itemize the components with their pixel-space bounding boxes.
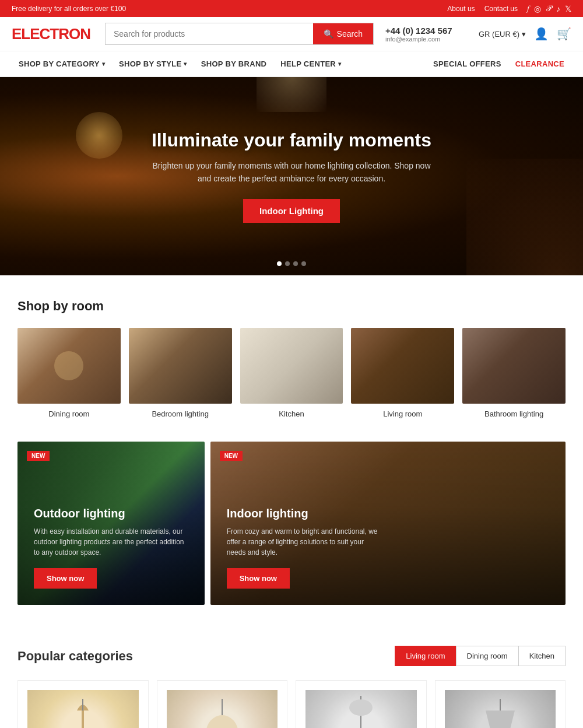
hero-dot-1[interactable] xyxy=(277,261,282,266)
room-card-bathroom[interactable]: Bathroom lighting xyxy=(462,328,566,418)
hero-section: Illuminate your family moments Brighten … xyxy=(0,77,583,275)
promo-outdoor-content: Outdoor lighting With easy installation … xyxy=(34,507,185,589)
hero-ceiling-light xyxy=(257,77,326,112)
product-card-1[interactable] xyxy=(17,680,149,728)
search-icon: 🔍 xyxy=(324,29,333,38)
phone-email[interactable]: info@example.com xyxy=(385,36,467,43)
shop-by-room-section: Shop by room Dining room Bedroom lightin… xyxy=(0,275,583,442)
pendant-lamp-icon xyxy=(199,699,245,728)
hero-corner-shadow xyxy=(466,159,583,275)
nav-special-offers[interactable]: SPECIAL OFFERS xyxy=(426,51,508,76)
about-us-link[interactable]: About us xyxy=(447,5,475,13)
hero-title: Illuminate your family moments xyxy=(146,130,437,151)
product-image-3 xyxy=(305,690,417,728)
shop-by-room-title: Shop by room xyxy=(17,299,566,314)
facebook-icon[interactable]: 𝑓 xyxy=(527,4,529,13)
chevron-down-icon: ▾ xyxy=(338,61,341,67)
promo-indoor-badge: NEW xyxy=(220,451,243,461)
hero-dots xyxy=(277,261,306,266)
logo[interactable]: ELECTRON xyxy=(12,25,93,43)
hero-dot-2[interactable] xyxy=(285,261,290,266)
room-image-bathroom xyxy=(462,328,566,404)
cart-icon[interactable]: 🛒 xyxy=(557,27,571,41)
popular-categories-title: Popular categories xyxy=(17,649,133,664)
product-card-4[interactable] xyxy=(435,680,566,728)
room-card-bedroom[interactable]: Bedroom lighting xyxy=(129,328,232,418)
search-button[interactable]: 🔍 Search xyxy=(313,23,373,44)
popular-header: Popular categories Living room Dining ro… xyxy=(17,646,566,666)
search-button-label: Search xyxy=(337,29,363,38)
room-card-living[interactable]: Living room xyxy=(351,328,454,418)
nav-brand-label: SHOP BY BRAND xyxy=(201,60,267,68)
room-image-living xyxy=(351,328,454,404)
nav-special-offers-label: SPECIAL OFFERS xyxy=(433,60,501,68)
chevron-down-icon: ▾ xyxy=(184,61,187,67)
room-label-bathroom: Bathroom lighting xyxy=(462,410,566,418)
nav-left: SHOP BY CATEGORY ▾ SHOP BY STYLE ▾ SHOP … xyxy=(12,51,348,76)
nav-help-label: HELP CENTER xyxy=(280,60,336,68)
promo-indoor-button[interactable]: Show now xyxy=(227,568,290,589)
nav-shop-by-style[interactable]: SHOP BY STYLE ▾ xyxy=(112,51,194,76)
product-card-2[interactable] xyxy=(157,680,288,728)
hero-dot-4[interactable] xyxy=(301,261,306,266)
hero-cta-button[interactable]: Indoor Lighting xyxy=(243,199,340,223)
popular-tabs: Living room Dining room Kitchen xyxy=(395,646,566,666)
hero-light-blob-1 xyxy=(76,112,122,159)
navigation: SHOP BY CATEGORY ▾ SHOP BY STYLE ▾ SHOP … xyxy=(0,51,583,77)
tab-kitchen[interactable]: Kitchen xyxy=(518,646,566,666)
room-card-kitchen[interactable]: Kitchen xyxy=(240,328,343,418)
promo-grid: NEW Outdoor lighting With easy installat… xyxy=(17,442,566,605)
contact-us-link[interactable]: Contact us xyxy=(484,5,518,13)
nav-clearance[interactable]: CLEARANCE xyxy=(508,51,571,76)
twitter-icon[interactable]: 𝕏 xyxy=(565,4,571,13)
tab-living-room[interactable]: Living room xyxy=(395,646,455,666)
room-image-kitchen xyxy=(240,328,343,404)
floor-lamp-icon xyxy=(71,699,94,728)
room-grid: Dining room Bedroom lighting Kitchen Liv… xyxy=(17,328,566,418)
search-input[interactable] xyxy=(106,23,313,44)
nav-shop-by-category[interactable]: SHOP BY CATEGORY ▾ xyxy=(12,51,112,76)
promo-section: NEW Outdoor lighting With easy installat… xyxy=(0,442,583,628)
promo-indoor-desc: From cozy and warm to bright and functio… xyxy=(227,526,378,558)
nav-shop-by-brand[interactable]: SHOP BY BRAND xyxy=(194,51,274,76)
tab-dining-room[interactable]: Dining room xyxy=(456,646,518,666)
nav-style-label: SHOP BY STYLE xyxy=(119,60,181,68)
top-bar: Free delivery for all orders over €100 A… xyxy=(0,0,583,17)
svg-point-4 xyxy=(206,715,238,728)
promo-outdoor-button[interactable]: Show now xyxy=(34,568,97,589)
nav-category-label: SHOP BY CATEGORY xyxy=(19,60,100,68)
promo-indoor-content: Indoor lighting From cozy and warm to br… xyxy=(227,507,378,589)
promo-indoor-card: NEW Indoor lighting From cozy and warm t… xyxy=(210,442,566,605)
promo-outdoor-badge: NEW xyxy=(27,451,50,461)
currency-selector[interactable]: GR (EUR €) ▾ xyxy=(479,30,526,38)
promo-outdoor-card: NEW Outdoor lighting With easy installat… xyxy=(17,442,205,605)
popular-categories-section: Popular categories Living room Dining ro… xyxy=(0,628,583,728)
room-image-bedroom xyxy=(129,328,232,404)
search-bar: 🔍 Search xyxy=(105,23,374,45)
product-card-3[interactable] xyxy=(296,680,427,728)
product-image-1 xyxy=(27,690,139,728)
chevron-down-icon: ▾ xyxy=(522,30,526,38)
hero-description: Brighten up your family moments with our… xyxy=(146,159,437,186)
social-icons: 𝑓 ◎ 𝒫 ♪ 𝕏 xyxy=(527,4,571,13)
room-label-bedroom: Bedroom lighting xyxy=(129,410,232,418)
header-right: GR (EUR €) ▾ 👤 🛒 xyxy=(479,27,571,41)
nav-clearance-label: CLEARANCE xyxy=(515,60,564,68)
svg-rect-0 xyxy=(82,710,84,728)
hero-dot-3[interactable] xyxy=(293,261,298,266)
tiktok-icon[interactable]: ♪ xyxy=(556,4,560,13)
instagram-icon[interactable]: ◎ xyxy=(534,4,541,13)
currency-label: GR (EUR €) xyxy=(479,30,519,38)
nav-help-center[interactable]: HELP CENTER ▾ xyxy=(273,51,348,76)
phone-number[interactable]: +44 (0) 1234 567 xyxy=(385,26,467,36)
product-image-4 xyxy=(445,690,556,728)
pinterest-icon[interactable]: 𝒫 xyxy=(546,4,552,13)
promo-indoor-title: Indoor lighting xyxy=(227,507,378,520)
header: ELECTRON 🔍 Search +44 (0) 1234 567 info@… xyxy=(0,17,583,51)
account-icon[interactable]: 👤 xyxy=(534,27,549,41)
promo-outdoor-title: Outdoor lighting xyxy=(34,507,185,520)
product-image-2 xyxy=(167,690,278,728)
svg-point-7 xyxy=(349,699,373,716)
top-bar-right: About us Contact us 𝑓 ◎ 𝒫 ♪ 𝕏 xyxy=(447,4,571,13)
room-card-dining[interactable]: Dining room xyxy=(17,328,121,418)
